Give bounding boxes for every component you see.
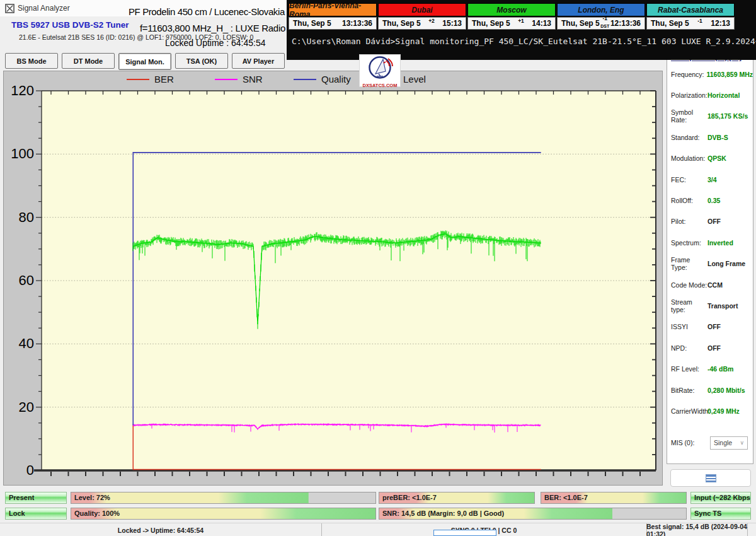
snr-bar: SNR: 14,5 dB (Margin: 9,0 dB | Good) bbox=[379, 508, 687, 520]
param-value: 0.35 bbox=[707, 197, 720, 204]
param-label: ISSYI bbox=[667, 323, 707, 330]
clock-city-row: Berlin-Paris-Vienna-RomaDubaiMoscowLondo… bbox=[289, 3, 735, 16]
antenna-location-label: PF Prodelin 450 cm / Lucenec-Slovakia bbox=[129, 6, 285, 17]
present-indicator: Present bbox=[5, 492, 67, 504]
mis-dropdown[interactable]: Single ∨ bbox=[710, 436, 748, 450]
param-row: RollOff:0.35 bbox=[667, 190, 753, 211]
param-value: Inverted bbox=[707, 239, 733, 247]
mis-row: MIS (0): Single ∨ bbox=[667, 434, 753, 451]
satellite-dish-icon bbox=[360, 55, 400, 80]
param-label: BitRate: bbox=[667, 387, 707, 394]
console-overlay: Berlin-Paris-Vienna-RomaDubaiMoscowLondo… bbox=[287, 0, 756, 60]
input-indicator: Input (~282 Kbps) bbox=[690, 492, 751, 504]
param-row: FEC:3/4 bbox=[667, 169, 753, 190]
tab-av-player[interactable]: AV Player bbox=[232, 53, 285, 69]
panel-footer-button[interactable] bbox=[670, 469, 751, 487]
param-label: Stream type: bbox=[667, 298, 707, 313]
param-row: Spectrum:Inverted bbox=[667, 232, 753, 253]
clock-value-0: Thu, Sep 513:13:36 bbox=[289, 17, 377, 30]
parameter-rows: Frequency:11603,859 MHzPolarization:Hori… bbox=[667, 64, 753, 422]
mis-value: Single bbox=[714, 439, 732, 446]
clock-value-2: Thu, Sep 5+114:13 bbox=[467, 17, 556, 30]
save-list-icon bbox=[706, 474, 716, 482]
tab-dt-mode[interactable]: DT Mode bbox=[62, 53, 115, 69]
statusbar: Locked -> Uptime: 64:45:54 SYNC 0 | TEI … bbox=[0, 523, 756, 536]
clock-city-2: Moscow bbox=[467, 3, 556, 16]
param-row: CarrierWidth:0,249 MHz bbox=[667, 400, 753, 421]
tab-tsa[interactable]: TSA (OK) bbox=[175, 53, 228, 69]
preber-bar: preBER: <1.0E-7 bbox=[379, 492, 535, 504]
mis-label: MIS (0): bbox=[667, 439, 707, 446]
clock-city-4: Rabat-Casablanca bbox=[646, 3, 735, 16]
param-row: Modulation:QPSK bbox=[667, 148, 753, 169]
app-icon bbox=[5, 4, 14, 13]
param-label: RF Level: bbox=[667, 365, 707, 373]
param-row: Stream type:Transport bbox=[667, 295, 753, 316]
param-value: -46 dBm bbox=[707, 365, 733, 373]
param-row: Frame Type:Long Frame bbox=[667, 253, 753, 274]
tab-signal-mon[interactable]: Signal Mon. bbox=[118, 53, 171, 70]
background-window-peek bbox=[433, 530, 496, 536]
param-row: Standard:DVB-S bbox=[667, 127, 753, 148]
param-value: OFF bbox=[707, 344, 721, 352]
param-label: Code Mode: bbox=[667, 281, 707, 289]
frequency-service-label: f=11603,800 MHz_H_ : LUXE Radio bbox=[140, 23, 285, 33]
param-row: NPD:OFF bbox=[667, 337, 753, 358]
param-value: Transport bbox=[707, 302, 738, 310]
chart-plot bbox=[4, 71, 662, 487]
param-value: Horizontal bbox=[707, 91, 740, 99]
param-label: RollOff: bbox=[667, 197, 707, 204]
signal-chart: BERSNRQualityLevel 120100806040200 bbox=[3, 71, 663, 486]
clock-city-3: London, Eng bbox=[557, 3, 645, 16]
clock-value-4: Thu, Sep 5-112:13 bbox=[646, 17, 735, 30]
quality-bar: Quality: 100% bbox=[71, 508, 376, 520]
param-label: Pilot: bbox=[667, 218, 707, 225]
param-label: NPD: bbox=[667, 344, 707, 352]
clock-city-0: Berlin-Paris-Vienna-Roma bbox=[289, 3, 377, 16]
param-value: CCM bbox=[707, 281, 723, 289]
level-bar: Level: 72% bbox=[71, 492, 376, 504]
lock-indicator: Lock bbox=[5, 508, 67, 520]
param-row: Pilot:OFF bbox=[667, 211, 753, 232]
clock-city-1: Dubai bbox=[378, 3, 466, 16]
syncts-indicator: Sync TS bbox=[690, 508, 751, 520]
param-row: Polarization:Horizontal bbox=[667, 84, 753, 105]
param-label: FEC: bbox=[667, 176, 707, 184]
param-row: ISSYIOFF bbox=[667, 317, 753, 337]
ber-bar: BER: <1.0E-7 bbox=[541, 492, 687, 504]
param-row: Code Mode:CCM bbox=[667, 274, 753, 295]
param-row: BitRate:0,280 Mbit/s bbox=[667, 380, 753, 400]
logo-text: DXSATCS.COM bbox=[360, 83, 400, 88]
param-label: Standard: bbox=[667, 134, 707, 141]
param-value: DVB-S bbox=[707, 134, 728, 141]
locked-uptime-label: Locked Uptime : 64:45:54 bbox=[165, 38, 266, 48]
param-label: Symbol Rate: bbox=[667, 108, 707, 124]
transponder-panel: Transponder (40) [05] Frequency:11603,85… bbox=[667, 52, 753, 464]
tab-bs-mode[interactable]: BS Mode bbox=[5, 53, 58, 69]
param-value: 0,280 Mbit/s bbox=[707, 387, 745, 394]
dxsatcs-logo: DXSATCS.COM bbox=[359, 54, 401, 87]
param-value: QPSK bbox=[707, 154, 726, 162]
param-value: 11603,859 MHz bbox=[706, 71, 753, 78]
param-value: OFF bbox=[707, 218, 721, 225]
console-prompt-line: C:\Users\Roman Dávid>Signal monitoring_P… bbox=[292, 37, 752, 46]
param-label: Frame Type: bbox=[667, 256, 707, 271]
statusbar-best-signal: Best signal: 15,4 dB (2024-09-04 01:32) bbox=[646, 523, 748, 536]
tuner-name: TBS 5927 USB DVB-S2 Tuner bbox=[11, 20, 129, 30]
param-label: Spectrum: bbox=[667, 239, 707, 247]
param-label: Polarization: bbox=[667, 91, 707, 99]
param-row: Symbol Rate:185,175 KS/s bbox=[667, 106, 753, 127]
param-row: RF Level:-46 dBm bbox=[667, 358, 753, 379]
param-label: Frequency: bbox=[667, 71, 706, 78]
param-value: Long Frame bbox=[707, 260, 745, 267]
param-label: Modulation: bbox=[667, 154, 707, 162]
param-row: Frequency:11603,859 MHz bbox=[667, 64, 753, 84]
window-title: Signal Analyzer bbox=[18, 4, 70, 13]
chevron-down-icon: ∨ bbox=[740, 440, 744, 446]
statusbar-uptime: Locked -> Uptime: 64:45:54 bbox=[0, 523, 322, 536]
clock-value-3: Thu, Sep 5-1DST12:13:36 bbox=[557, 17, 645, 30]
clock-value-1: Thu, Sep 5+215:13 bbox=[378, 17, 466, 30]
param-value: OFF bbox=[707, 323, 721, 330]
param-label: CarrierWidth: bbox=[667, 407, 707, 415]
clock-time-row: Thu, Sep 513:13:36Thu, Sep 5+215:13Thu, … bbox=[289, 17, 735, 30]
